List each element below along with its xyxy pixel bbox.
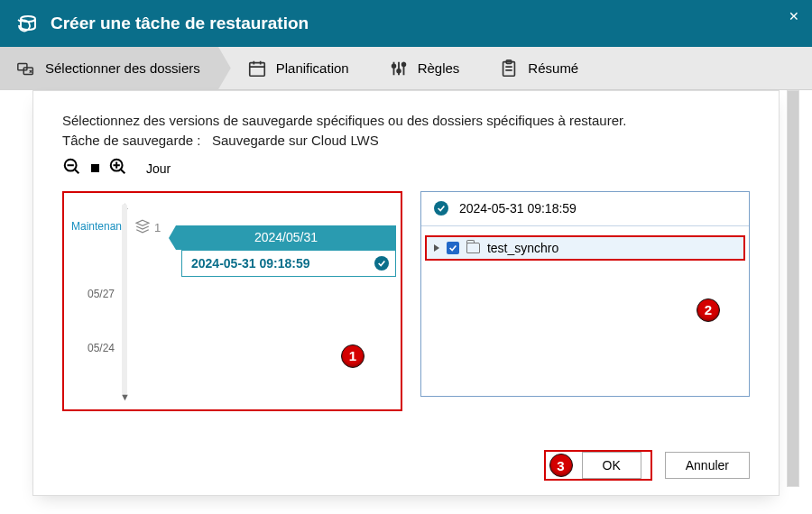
step-summary[interactable]: Résumé xyxy=(483,47,602,90)
window-title: Créer une tâche de restauration xyxy=(51,14,309,33)
annotation-badge: 3 xyxy=(549,454,573,477)
axis-tick: 05/27 xyxy=(88,288,115,300)
restore-icon xyxy=(14,14,38,33)
svg-rect-1 xyxy=(18,63,27,69)
timeline-panel: Maintenant ▲ ▼ 05/27 05/24 1 2024/05/31 … xyxy=(62,191,402,411)
svg-point-4 xyxy=(392,64,395,68)
intro-text: Sélectionnez des versions de sauvegarde … xyxy=(62,111,750,131)
step-label: Planification xyxy=(276,60,349,76)
task-label: Tâche de sauvegarde : xyxy=(62,133,200,148)
folder-panel: 2024-05-31 09:18:59 test_synchro 2 xyxy=(420,191,750,397)
folder-panel-header: 2024-05-31 09:18:59 xyxy=(421,192,749,226)
step-label: Résumé xyxy=(528,60,578,76)
stop-icon[interactable] xyxy=(91,164,99,172)
svg-rect-3 xyxy=(250,62,265,76)
annotation-badge: 2 xyxy=(697,298,720,322)
scrollbar[interactable] xyxy=(787,90,799,487)
count-value: 1 xyxy=(154,221,161,234)
step-rules[interactable]: Règles xyxy=(373,47,484,90)
folder-name: test_synchro xyxy=(487,241,558,255)
content-panel: Sélectionnez des versions de sauvegarde … xyxy=(32,90,780,496)
time-axis[interactable] xyxy=(122,204,127,395)
wizard-steps: Sélectionner des dossiers Planification … xyxy=(0,47,812,90)
task-line: Tâche de sauvegarde : Sauvegarde sur Clo… xyxy=(62,133,750,148)
check-icon xyxy=(434,201,448,216)
cancel-button[interactable]: Annuler xyxy=(665,452,750,479)
folders-icon xyxy=(16,59,36,78)
step-select-folders[interactable]: Sélectionner des dossiers xyxy=(0,47,231,90)
clipboard-icon xyxy=(499,59,519,78)
button-row: 3 OK Annuler xyxy=(544,450,751,481)
timeline-tools: Jour xyxy=(62,157,750,180)
svg-point-6 xyxy=(401,62,405,66)
expand-icon[interactable] xyxy=(434,244,439,252)
step-schedule[interactable]: Planification xyxy=(231,47,373,90)
zoom-in-icon[interactable] xyxy=(108,157,128,180)
scroll-thumb[interactable] xyxy=(788,91,798,486)
step-label: Sélectionner des dossiers xyxy=(45,60,200,76)
snapshot-time: 2024-05-31 09:18:59 xyxy=(191,256,310,271)
check-icon xyxy=(374,256,389,271)
title-bar: Créer une tâche de restauration ✕ xyxy=(0,0,812,47)
checkbox[interactable] xyxy=(447,242,459,254)
axis-tick: 05/24 xyxy=(88,342,115,354)
layers-icon xyxy=(134,218,151,237)
folder-row[interactable]: test_synchro xyxy=(425,235,745,261)
close-icon[interactable]: ✕ xyxy=(789,9,799,23)
svg-point-5 xyxy=(397,69,401,72)
header-snapshot: 2024-05-31 09:18:59 xyxy=(459,201,577,216)
ok-button[interactable]: OK xyxy=(582,452,641,479)
annotation-badge: 1 xyxy=(341,344,364,368)
task-name: Sauvegarde sur Cloud LWS xyxy=(212,133,379,148)
snapshot-group[interactable]: 2024/05/31 xyxy=(176,225,396,250)
snapshot-item[interactable]: 2024-05-31 09:18:59 xyxy=(181,250,396,277)
zoom-out-icon[interactable] xyxy=(62,157,82,180)
snapshot-count: 1 xyxy=(134,218,161,237)
folder-icon xyxy=(466,243,480,253)
time-unit: Jour xyxy=(146,161,171,176)
ok-wrap: 3 OK xyxy=(544,450,652,481)
now-label: Maintenant xyxy=(71,220,125,233)
scroll-down-icon[interactable]: ▼ xyxy=(120,391,130,402)
sliders-icon xyxy=(389,59,409,78)
calendar-icon xyxy=(247,59,267,78)
step-label: Règles xyxy=(418,60,460,76)
